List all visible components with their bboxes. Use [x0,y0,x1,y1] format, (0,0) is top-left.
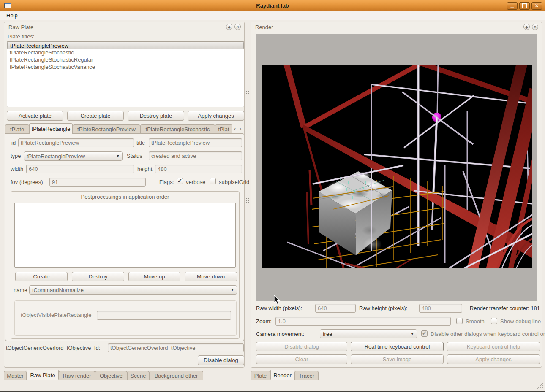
tab-tplaterectanglepreview[interactable]: tPlateRectanglePreview [73,124,140,134]
tab-render[interactable]: Render [270,370,294,380]
tab-scene[interactable]: Scene [127,371,149,380]
verbose-label: verbose [186,179,205,185]
list-item[interactable]: tPlateRectanglePreview [7,42,244,49]
plate-titles-list[interactable]: tPlateRectanglePreview tPlateRectangleSt… [7,41,244,107]
render-transfer-counter: Render transfer counter: 181 [470,305,540,311]
raw-height-field[interactable]: 480 [419,304,462,313]
titlebar[interactable]: Raydiant lab [0,0,545,11]
raw-width-label: Raw width (pixels): [256,305,302,311]
panel-close-icon[interactable]: ✕ [234,24,241,30]
visible-rect-subpanel: tObjectVisiblePlateRectangle [14,300,237,336]
tab-objective[interactable]: Objective [95,371,127,380]
destroy-plate-button[interactable]: Destroy plate [128,111,184,121]
status-field[interactable]: created and active [149,151,242,160]
mouse-cursor [273,295,281,305]
window-title: Raydiant lab [0,3,545,9]
window-icon [4,3,11,8]
render-scene [262,65,532,268]
show-debug-line-checkbox[interactable] [491,318,497,324]
subpixelgrid-label: subpixelGrid [219,179,249,185]
left-disable-dialog-button[interactable]: Disable dialog [198,355,244,365]
pp-destroy-button[interactable]: Destroy [72,272,124,281]
window-resize-grip[interactable] [536,381,543,389]
overlord-id-label: tObjectGenericOverlord_tObjective_Id: [6,345,100,351]
create-plate-button[interactable]: Create plate [67,111,124,121]
minimize-button-icon[interactable] [507,2,518,10]
render-disable-dialog-button[interactable]: Disable dialog [256,342,347,351]
plate-tabbar: tPlate tPlateRectangle tPlateRectanglePr… [5,123,244,134]
render-apply-changes-button[interactable]: Apply changes [447,354,540,364]
render-panel: Render ◆ ✕ [251,22,542,368]
list-item[interactable]: tPlateRectangleStochasticVariance [7,63,244,70]
width-field[interactable]: 640 [26,165,134,173]
camera-movement-combobox[interactable]: free [320,329,417,338]
list-item[interactable]: tPlateRectangleStochasticRegular [7,56,244,63]
raw-plate-panel: Raw Plate ◆ ✕ Plate titles: tPlateRectan… [4,22,245,368]
clear-button[interactable]: Clear [256,354,347,364]
tab-tplaterectanglestochastic[interactable]: tPlateRectangleStochastic [140,124,215,134]
splitter-grip[interactable] [246,198,249,203]
panel-close-icon[interactable]: ✕ [532,24,538,30]
plate-titles-label: Plate titles: [8,33,35,40]
visible-rect-field[interactable] [97,311,231,320]
render-viewport[interactable] [256,34,537,301]
close-button-icon[interactable] [531,2,542,10]
tab-background-ether[interactable]: Background ether [149,371,203,380]
tab-scroll-left-icon[interactable]: ‹ [232,125,238,132]
tab-raw-render[interactable]: Raw render [59,371,95,380]
save-image-button[interactable]: Save image [351,354,444,364]
zoom-field[interactable]: 1.0 [275,317,451,326]
title-label: title [136,140,145,146]
panel-detach-icon[interactable]: ◆ [523,24,530,30]
maximize-button-icon[interactable] [519,2,530,10]
render-panel-title: Render [255,24,273,30]
pp-create-button[interactable]: Create [15,272,68,281]
tab-plate[interactable]: Plate [251,371,270,380]
realtime-keyboard-control-button[interactable]: Real time keyboard control [351,342,444,351]
type-label: type [11,153,21,159]
tab-scroll-right-icon[interactable]: › [238,125,243,132]
camera-movement-label: Camera movement: [256,331,304,337]
tab-raw-plate[interactable]: Raw Plate [27,370,59,380]
splitter-grip[interactable] [246,91,249,96]
menubar: Help [0,11,545,20]
subpixelgrid-checkbox[interactable] [210,178,216,184]
tab-tplaterectangle[interactable]: tPlateRectangle [29,123,73,134]
activate-plate-button[interactable]: Activate plate [7,111,63,121]
disable-other-dialogs-checkbox[interactable] [421,330,428,337]
pp-name-label: name [14,287,27,293]
keyboard-control-help-button[interactable]: Keyboard control help [447,342,540,351]
fov-label: fov (degrees) [11,179,43,185]
pp-move-up-button[interactable]: Move up [128,272,180,281]
status-label: Status [127,153,142,159]
title-field[interactable]: tPlateRectanglePreview [149,138,242,147]
show-debug-line-label: Show debug line [500,318,541,324]
id-field[interactable]: tPlateRectanglePreview [18,138,134,147]
verbose-checkbox[interactable] [177,178,183,184]
type-combobox[interactable]: tPlateRectanglePreview [24,151,123,161]
height-label: height [137,166,152,172]
apply-changes-button[interactable]: Apply changes [188,111,244,121]
visible-rect-label: tObjectVisiblePlateRectangle [21,312,91,318]
postprocessings-title: Postprocessings in application order [11,194,239,200]
id-label: id [11,140,16,146]
height-field[interactable]: 480 [155,165,242,173]
menu-help[interactable]: Help [6,12,18,19]
smooth-checkbox[interactable] [456,318,463,324]
pp-name-combobox[interactable]: tCommandNormalize [29,285,237,295]
width-label: width [11,166,23,172]
overlord-id-field[interactable]: tObjectGenericOverlord_tObjective [108,343,244,352]
list-item[interactable]: tPlateRectangleStochastic [7,49,244,56]
tab-tplate[interactable]: tPlate [5,124,29,134]
fov-field[interactable]: 91 [49,178,146,187]
tab-truncated[interactable]: tPlat [215,124,232,134]
panel-detach-icon[interactable]: ◆ [226,24,232,30]
right-bottom-tabbar: Plate Render Tracer [251,370,319,380]
tab-master[interactable]: Master [4,371,27,380]
app-window: Raydiant lab Help Raw Plate ◆ ✕ Plate ti… [0,0,545,392]
smooth-label: Smooth [466,318,485,324]
pp-move-down-button[interactable]: Move down [185,272,237,281]
raw-width-field[interactable]: 640 [315,304,356,313]
tab-tracer[interactable]: Tracer [294,371,319,380]
postprocessings-list[interactable] [14,203,236,268]
